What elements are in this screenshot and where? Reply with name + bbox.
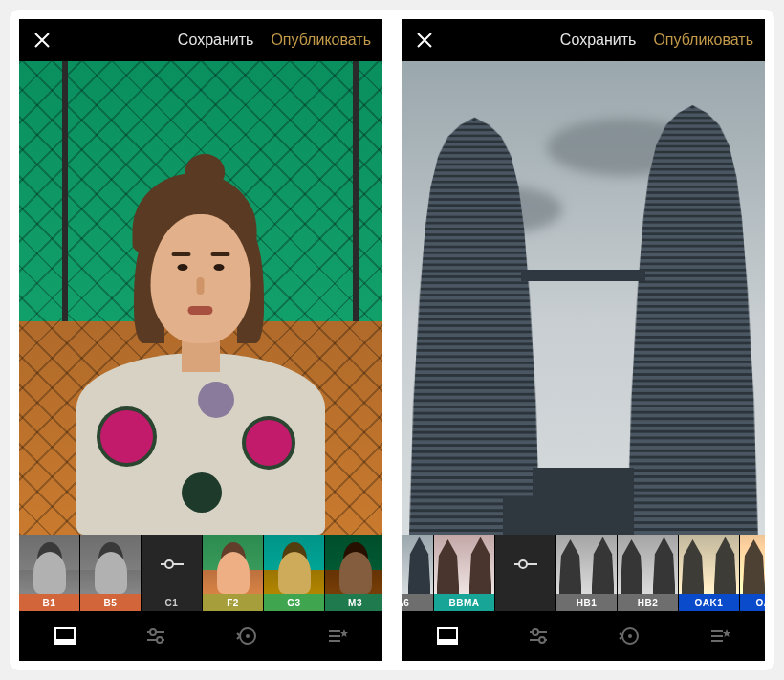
filter-label: M3	[325, 594, 382, 611]
topbar: Сохранить Опубликовать	[19, 19, 382, 61]
filter-label: C1	[142, 594, 202, 611]
filter-label	[495, 594, 555, 611]
favorites-tab[interactable]	[315, 613, 360, 659]
top-actions: Сохранить Опубликовать	[178, 32, 371, 49]
filter-label: B1	[19, 594, 79, 611]
filter-thumb[interactable]: M3	[325, 535, 382, 611]
svg-point-5	[150, 629, 156, 635]
sliders-icon	[528, 627, 549, 645]
presets-tab[interactable]	[425, 613, 470, 659]
filter-thumb[interactable]: G3	[264, 535, 324, 611]
bottombar	[402, 611, 765, 661]
favorites-tab[interactable]	[697, 613, 743, 659]
top-actions: Сохранить Опубликовать	[560, 32, 753, 49]
preview-content	[19, 61, 382, 535]
favorites-icon	[709, 627, 730, 645]
filter-label: HB2	[618, 594, 678, 611]
filter-label: A6	[402, 594, 433, 611]
image-preview[interactable]	[402, 61, 765, 535]
close-icon	[33, 32, 51, 49]
svg-point-9	[246, 634, 250, 638]
filter-label: HB1	[556, 594, 617, 611]
save-button[interactable]: Сохранить	[178, 32, 254, 49]
history-tab[interactable]	[224, 613, 270, 659]
filter-label: OAK2	[740, 594, 765, 611]
close-button[interactable]	[27, 25, 57, 55]
phone-left: Сохранить Опубликовать	[19, 19, 382, 661]
topbar: Сохранить Опубликовать	[402, 19, 765, 61]
close-icon	[416, 32, 433, 49]
presets-tab[interactable]	[42, 613, 88, 659]
adjust-tab[interactable]	[515, 613, 561, 659]
svg-point-7	[157, 637, 163, 643]
close-button[interactable]	[409, 25, 440, 55]
filter-thumb[interactable]: B1	[19, 535, 79, 611]
filter-thumb[interactable]: HB2	[618, 535, 678, 611]
save-button[interactable]: Сохранить	[560, 32, 637, 49]
favorites-icon	[327, 627, 348, 645]
history-icon	[619, 625, 640, 647]
screenshot-pair: Сохранить Опубликовать	[10, 10, 774, 670]
filter-tool-thumb[interactable]: C1	[142, 535, 202, 611]
filter-label: BBMA	[434, 594, 494, 611]
presets-icon	[54, 627, 76, 645]
filter-tool-thumb[interactable]	[495, 535, 555, 611]
svg-point-1	[165, 560, 173, 568]
filter-label: OAK1	[679, 594, 739, 611]
preview-content	[402, 61, 765, 535]
slider-tool-icon	[160, 559, 185, 569]
filter-strip[interactable]: A6 BBMA HB1 HB2 OAK1	[402, 535, 765, 611]
filter-thumb[interactable]: BBMA	[434, 535, 494, 611]
filter-strip[interactable]: B1 B5 C1 F2 G3 M3	[19, 535, 382, 611]
filter-label: B5	[80, 594, 141, 611]
filter-thumb[interactable]: HB1	[556, 535, 617, 611]
presets-icon	[437, 627, 458, 645]
svg-rect-3	[55, 639, 75, 644]
filter-thumb[interactable]: OAK2	[740, 535, 765, 611]
filter-thumb[interactable]: F2	[203, 535, 263, 611]
slider-tool-icon	[513, 559, 538, 569]
image-preview[interactable]	[19, 61, 382, 535]
filter-label: G3	[264, 594, 324, 611]
svg-point-14	[519, 560, 527, 568]
filter-thumb[interactable]: OAK1	[679, 535, 739, 611]
svg-point-18	[533, 629, 538, 635]
history-tab[interactable]	[606, 613, 652, 659]
phone-right: Сохранить Опубликовать A6	[402, 19, 765, 661]
history-icon	[236, 625, 257, 647]
bottombar	[19, 611, 382, 661]
sliders-icon	[145, 627, 166, 645]
svg-point-22	[628, 634, 632, 638]
svg-point-20	[539, 637, 545, 643]
adjust-tab[interactable]	[133, 613, 179, 659]
svg-rect-16	[438, 639, 457, 644]
filter-thumb[interactable]: A6	[402, 535, 433, 611]
publish-button[interactable]: Опубликовать	[653, 32, 753, 49]
filter-label: F2	[203, 594, 263, 611]
publish-button[interactable]: Опубликовать	[271, 32, 371, 49]
filter-thumb[interactable]: B5	[80, 535, 141, 611]
